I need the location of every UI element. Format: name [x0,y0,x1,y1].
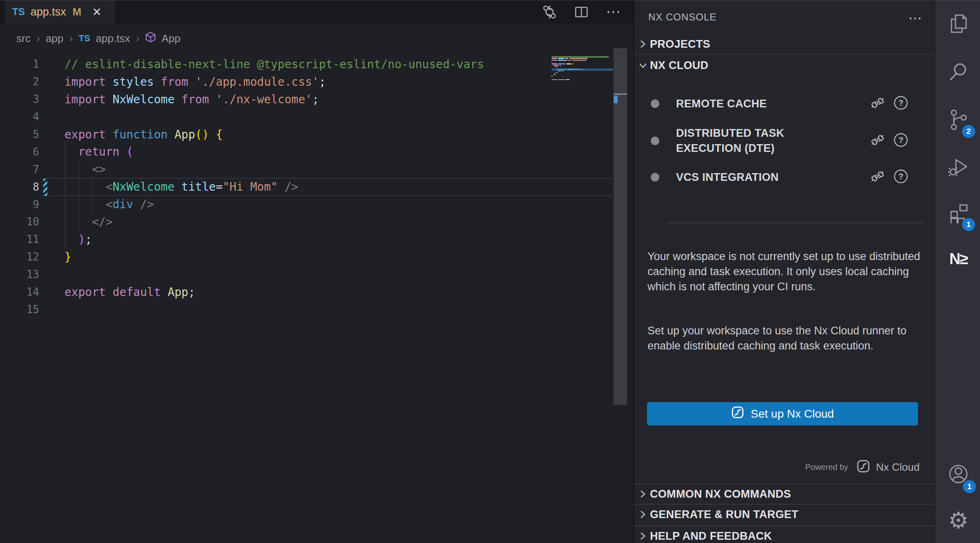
line-number[interactable]: 5 [0,128,39,140]
tab-app-tsx[interactable]: TS app.tsx M ✕ [5,0,116,24]
code-line[interactable]: 13 [0,266,634,283]
code-line[interactable]: 5export function App() { [0,126,634,143]
code-line[interactable]: 4 [0,108,634,126]
code-token: ; [188,285,195,299]
code-line[interactable]: 11 ); [0,231,634,248]
section-common-nx-commands[interactable]: COMMON NX COMMANDS [634,483,934,504]
chevron-right-icon [639,510,649,519]
code-line[interactable]: 12} [0,248,634,266]
editor-scrollbar[interactable] [614,48,627,405]
split-editor-icon[interactable] [574,4,589,19]
breadcrumb-folder[interactable]: app [46,32,63,45]
setup-instruction-text: Set up your workspace to use the Nx Clou… [647,323,925,354]
code-token [106,75,113,89]
scrollbar-divider [614,93,627,95]
code-editor[interactable]: 1// eslint-disable-next-line @typescript… [0,56,634,318]
line-number[interactable]: 13 [0,268,39,280]
code-token [64,198,106,211]
symbol-cube-icon [145,31,156,46]
workspace-status-text: Your workspace is not currently set up t… [647,249,925,294]
section-generate-run-target[interactable]: GENERATE & RUN TARGET [634,504,934,524]
search-icon[interactable] [947,61,969,83]
code-line[interactable]: 15 [0,300,634,318]
code-token [188,75,195,89]
code-token: = [216,180,223,194]
section-nx-cloud[interactable]: NX CLOUD [634,56,934,75]
help-icon[interactable]: ? [893,132,909,149]
help-icon[interactable]: ? [893,95,909,112]
panel-divider [667,223,923,223]
editor-toolbar: ⋯ [542,0,621,24]
explorer-icon[interactable] [947,13,969,35]
connect-icon[interactable] [870,95,885,112]
open-changes-icon[interactable] [542,4,557,19]
code-line[interactable]: 6 return ( [0,143,634,160]
code-lines: 1// eslint-disable-next-line @typescript… [0,56,634,318]
gear-glyph: ⚙ [948,509,969,532]
code-token: from [182,93,209,106]
breadcrumb-symbol[interactable]: App [162,32,180,45]
code-token [106,285,113,299]
line-number[interactable]: 11 [0,233,39,245]
connect-icon[interactable] [870,132,885,149]
line-number[interactable]: 14 [0,286,39,298]
svg-text:?: ? [898,98,903,107]
setup-nx-cloud-button[interactable]: Set up Nx Cloud [647,402,918,425]
line-number[interactable]: 7 [0,163,39,176]
code-text: export default App; [39,285,195,299]
panel-more-actions-icon[interactable]: ⋯ [908,10,922,26]
help-icon[interactable]: ? [893,169,909,186]
code-token: ) [78,233,85,246]
code-token: ; [319,75,326,89]
code-line[interactable]: 1// eslint-disable-next-line @typescript… [0,56,634,73]
nx-console-icon[interactable]: N≥ [947,248,969,270]
line-number[interactable]: 9 [0,198,39,211]
settings-gear-icon[interactable]: ⚙ [947,510,969,532]
breadcrumb-separator-icon: › [69,32,73,45]
code-text: ); [39,233,92,246]
section-help-and-feedback[interactable]: HELP AND FEEDBACK [634,525,934,543]
line-number[interactable]: 4 [0,111,39,123]
feature-remote-cache: REMOTE CACHE ? [634,93,934,114]
minimap[interactable] [552,56,613,82]
line-number[interactable]: 3 [0,93,39,105]
line-number[interactable]: 10 [0,216,39,228]
code-line[interactable]: 2import styles from './app.module.css'; [0,73,634,91]
line-number[interactable]: 6 [0,146,39,158]
code-token [64,162,92,176]
breadcrumb-file[interactable]: app.tsx [96,32,130,45]
code-line[interactable]: 10 </> [0,213,634,231]
code-token: /> [284,180,298,194]
chevron-right-icon [639,490,649,498]
code-token: export [64,128,106,141]
line-number[interactable]: 8 [0,181,39,193]
code-line[interactable]: 8 <NxWelcome title="Hi Mom" /> [0,178,634,196]
code-token [64,215,92,229]
code-line[interactable]: 3import NxWelcome from './nx-welcome'; [0,91,634,108]
code-line[interactable]: 14export default App; [0,283,634,301]
code-line[interactable]: 9 <div /> [0,196,634,213]
code-text: return ( [39,145,133,158]
line-number[interactable]: 1 [0,58,39,70]
connect-icon[interactable] [870,169,885,186]
code-line[interactable]: 7 <> [0,160,634,178]
code-token [120,145,126,158]
line-number[interactable]: 2 [0,76,39,88]
modified-overview-marker [614,96,618,103]
code-text: <div /> [39,198,154,211]
breadcrumb-folder[interactable]: src [16,32,31,45]
section-projects[interactable]: PROJECTS [634,34,934,55]
feature-label: DISTRIBUTED TASK EXECUTION (DTE) [676,126,831,156]
code-token: './nx-welcome' [216,93,312,106]
run-debug-icon[interactable] [947,155,969,177]
code-token: < [106,198,113,211]
close-tab-icon[interactable]: ✕ [92,5,101,19]
code-token: ; [85,233,92,246]
line-number[interactable]: 15 [0,303,39,316]
line-number[interactable]: 12 [0,251,39,263]
code-token: // eslint-disable-next-line @typescript-… [64,58,484,71]
feature-distributed-task-execution: DISTRIBUTED TASK EXECUTION (DTE) ? [634,123,934,158]
code-token [175,180,182,194]
code-token: } [64,250,71,264]
section-label: COMMON NX COMMANDS [650,488,791,501]
